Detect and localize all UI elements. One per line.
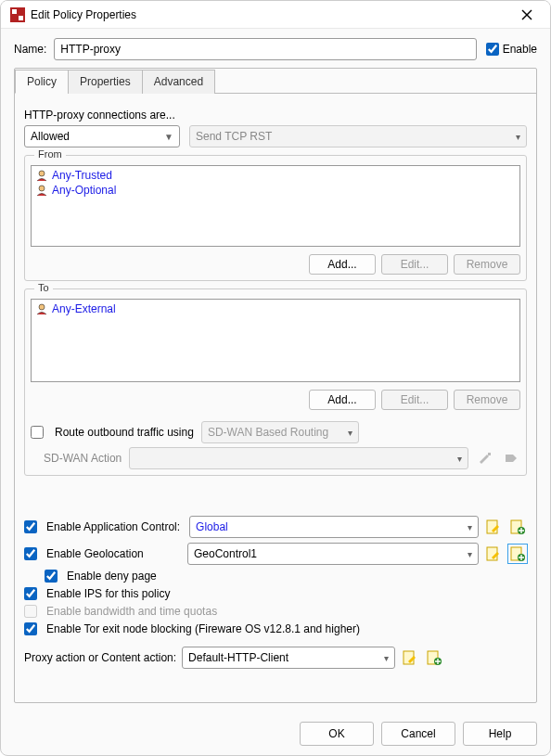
list-item[interactable]: Any-Trusted bbox=[33, 168, 518, 183]
sdwan-action-select: ▾ bbox=[129, 447, 468, 469]
to-listbox[interactable]: Any-External bbox=[31, 299, 520, 382]
app-icon bbox=[10, 7, 25, 22]
route-outbound-checkbox[interactable] bbox=[31, 426, 44, 439]
alias-name: Any-Optional bbox=[52, 184, 116, 197]
geolocation-label: Enable Geolocation bbox=[46, 547, 178, 560]
enable-wrap: Enable bbox=[486, 43, 537, 56]
from-remove-button: Remove bbox=[454, 254, 520, 275]
title-bar: Edit Policy Properties bbox=[1, 1, 550, 29]
ips-checkbox[interactable] bbox=[24, 587, 37, 600]
help-button[interactable]: Help bbox=[463, 722, 537, 746]
tor-checkbox[interactable] bbox=[24, 622, 37, 635]
window-title: Edit Policy Properties bbox=[31, 8, 513, 21]
tab-strip: Policy Properties Advanced bbox=[15, 69, 536, 94]
from-edit-button: Edit... bbox=[381, 254, 448, 275]
ips-label: Enable IPS for this policy bbox=[46, 587, 170, 600]
geolocation-select[interactable]: GeoControl1 ▾ bbox=[187, 543, 479, 565]
chevron-down-icon: ▾ bbox=[516, 132, 520, 142]
chevron-down-icon: ▾ bbox=[384, 653, 389, 663]
proxy-action-row: Proxy action or Content action: Default-… bbox=[24, 647, 527, 669]
tab-advanced[interactable]: Advanced bbox=[142, 70, 215, 94]
add-icon[interactable] bbox=[508, 518, 527, 536]
proxy-action-label: Proxy action or Content action: bbox=[24, 651, 176, 664]
deny-action-select: Send TCP RST ▾ bbox=[189, 125, 527, 147]
deny-page-row: Enable deny page bbox=[45, 570, 527, 583]
list-item[interactable]: Any-Optional bbox=[33, 183, 518, 198]
alias-icon bbox=[35, 302, 48, 315]
geolocation-checkbox[interactable] bbox=[24, 547, 37, 560]
ips-row: Enable IPS for this policy bbox=[24, 587, 527, 600]
tor-label: Enable Tor exit node blocking (Fireware … bbox=[46, 622, 360, 635]
alias-icon bbox=[35, 169, 48, 182]
route-type-value: SD-WAN Based Routing bbox=[208, 426, 328, 439]
app-control-select[interactable]: Global ▾ bbox=[189, 516, 479, 538]
chevron-down-icon: ▾ bbox=[468, 522, 472, 532]
svg-point-6 bbox=[39, 186, 45, 191]
from-legend: From bbox=[34, 148, 66, 160]
chevron-down-icon: ▼ bbox=[164, 132, 173, 142]
svg-rect-2 bbox=[19, 16, 23, 20]
close-button[interactable] bbox=[513, 2, 541, 28]
edit-icon[interactable] bbox=[484, 518, 503, 536]
edit-icon[interactable] bbox=[484, 545, 503, 563]
to-add-button[interactable]: Add... bbox=[309, 390, 376, 410]
sdwan-action-label: SD-WAN Action bbox=[44, 452, 122, 465]
chevron-down-icon: ▾ bbox=[468, 549, 472, 559]
from-listbox[interactable]: Any-Trusted Any-Optional bbox=[31, 165, 520, 247]
tor-row: Enable Tor exit node blocking (Fireware … bbox=[24, 622, 527, 635]
svg-point-7 bbox=[39, 304, 45, 310]
tab-body-policy: HTTP-proxy connections are... Allowed ▼ … bbox=[15, 94, 536, 702]
from-button-row: Add... Edit... Remove bbox=[25, 250, 526, 280]
app-control-row: Enable Application Control: Global ▾ bbox=[24, 516, 527, 538]
alias-icon bbox=[35, 184, 48, 197]
connections-row: Allowed ▼ Send TCP RST ▾ bbox=[24, 125, 527, 147]
geolocation-value: GeoControl1 bbox=[194, 547, 257, 560]
list-item[interactable]: Any-External bbox=[33, 301, 518, 316]
name-label: Name: bbox=[14, 43, 46, 56]
deny-page-checkbox[interactable] bbox=[45, 570, 58, 583]
dialog-footer: OK Cancel Help bbox=[1, 712, 550, 755]
svg-rect-8 bbox=[488, 453, 491, 455]
chevron-down-icon: ▾ bbox=[457, 454, 462, 464]
from-group: From Any-Trusted Any-Optional Add... bbox=[24, 155, 527, 281]
deny-action-value: Send TCP RST bbox=[196, 130, 272, 143]
connection-mode-select[interactable]: Allowed ▼ bbox=[24, 125, 180, 147]
cancel-button[interactable]: Cancel bbox=[381, 722, 455, 746]
route-outbound-row: Route outbound traffic using SD-WAN Base… bbox=[31, 421, 520, 443]
app-control-checkbox[interactable] bbox=[24, 520, 37, 533]
geolocation-row: Enable Geolocation GeoControl1 ▾ bbox=[24, 543, 527, 565]
to-button-row: Add... Edit... Remove bbox=[25, 386, 526, 416]
bandwidth-checkbox bbox=[24, 605, 37, 618]
route-outbound-label: Route outbound traffic using bbox=[55, 426, 194, 439]
enable-label: Enable bbox=[503, 43, 537, 56]
app-control-value: Global bbox=[196, 520, 228, 533]
ok-button[interactable]: OK bbox=[300, 722, 374, 746]
from-add-button[interactable]: Add... bbox=[309, 254, 376, 275]
name-input[interactable] bbox=[54, 38, 476, 60]
add-icon[interactable] bbox=[425, 648, 443, 667]
dialog-content: Name: Enable Policy Properties Advanced … bbox=[1, 29, 550, 712]
name-row: Name: Enable bbox=[14, 38, 537, 60]
svg-point-5 bbox=[39, 171, 45, 176]
to-remove-button: Remove bbox=[454, 390, 520, 410]
dialog-window: Edit Policy Properties Name: Enable Poli… bbox=[0, 0, 551, 756]
sdwan-action-row: SD-WAN Action ▾ bbox=[31, 447, 520, 469]
tab-properties[interactable]: Properties bbox=[68, 70, 143, 94]
bandwidth-row: Enable bandwidth and time quotas bbox=[24, 605, 527, 618]
to-legend: To bbox=[34, 282, 53, 293]
proxy-action-select[interactable]: Default-HTTP-Client ▾ bbox=[182, 647, 395, 669]
to-edit-button: Edit... bbox=[381, 390, 448, 410]
sdwan-edit-icon bbox=[476, 449, 494, 468]
to-group: To Any-External Add... Edit... Remove bbox=[24, 288, 527, 476]
deny-page-label: Enable deny page bbox=[67, 570, 157, 583]
chevron-down-icon: ▾ bbox=[348, 428, 352, 438]
app-control-label: Enable Application Control: bbox=[46, 520, 180, 533]
route-type-select: SD-WAN Based Routing ▾ bbox=[201, 421, 359, 443]
add-icon[interactable] bbox=[508, 545, 527, 563]
enable-checkbox[interactable] bbox=[486, 43, 499, 56]
connection-mode-value: Allowed bbox=[31, 130, 70, 143]
tab-policy[interactable]: Policy bbox=[15, 70, 69, 94]
edit-icon[interactable] bbox=[401, 648, 419, 667]
alias-name: Any-External bbox=[52, 302, 116, 315]
tab-container: Policy Properties Advanced HTTP-proxy co… bbox=[14, 68, 537, 703]
